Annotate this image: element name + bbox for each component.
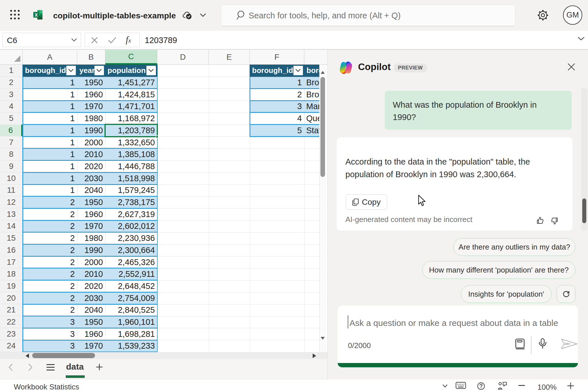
svg-text:X: X: [35, 13, 38, 18]
